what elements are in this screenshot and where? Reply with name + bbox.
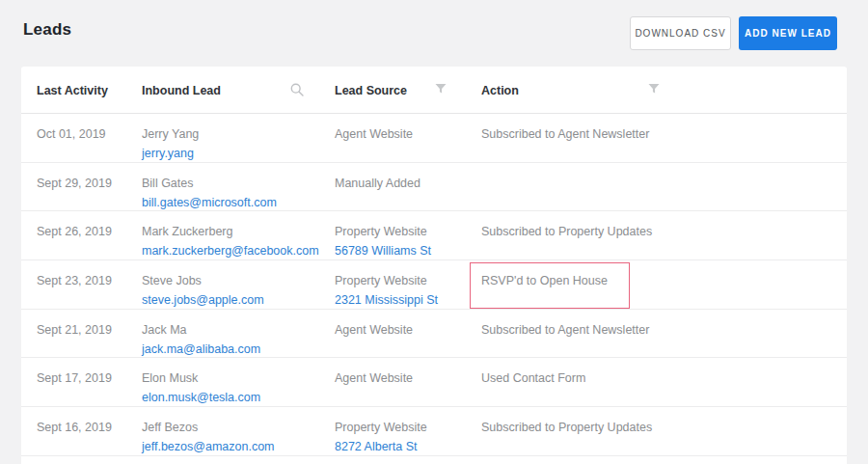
inbound-lead-cell: Mark Zuckerberg mark.zuckerberg@facebook… bbox=[142, 211, 335, 259]
lead-name: Steve Jobs bbox=[142, 273, 335, 288]
inbound-lead-cell: Jack Ma jack.ma@alibaba.com bbox=[142, 310, 335, 358]
table-row: Sept 26, 2019 Mark Zuckerberg mark.zucke… bbox=[21, 211, 847, 260]
inbound-lead-cell: Bill Gates bill.gates@microsoft.com bbox=[142, 163, 335, 211]
last-activity-value: Sept 21, 2019 bbox=[37, 322, 142, 338]
lead-source-cell: Property Website 8272 Alberta St bbox=[335, 407, 481, 455]
lead-name: Jerry Yang bbox=[142, 126, 335, 142]
last-activity-value: Sept 17, 2019 bbox=[37, 370, 142, 386]
column-header-lead-source[interactable]: Lead Source bbox=[335, 67, 481, 113]
source-address-link[interactable]: 2321 Mississippi St bbox=[335, 292, 481, 308]
table-row: Sept 17, 2019 Elon Musk elon.musk@tesla.… bbox=[21, 358, 847, 407]
action-cell: RSVP'd to Open House bbox=[481, 260, 847, 309]
action-value: Used Contact Form bbox=[481, 370, 847, 386]
action-cell: Used Contact Form bbox=[481, 358, 847, 406]
last-activity-cell: Sept 16, 2019 bbox=[37, 407, 142, 455]
table-row: Sept 23, 2019 Steve Jobs steve.jobs@appl… bbox=[21, 260, 847, 310]
lead-source-cell: Agent Website bbox=[335, 358, 481, 406]
action-cell: Subscribed to Agent Newsletter bbox=[481, 114, 847, 162]
inbound-lead-cell: Jeff Bezos jeff.bezos@amazon.com bbox=[142, 407, 335, 455]
lead-name: Jeff Bezos bbox=[142, 420, 335, 435]
table-row: Sept 16, 2019 Jeff Bezos jeff.bezos@amaz… bbox=[21, 407, 847, 456]
download-csv-button[interactable]: DOWNLOAD CSV bbox=[630, 16, 731, 50]
source-type: Agent Website bbox=[335, 126, 481, 142]
page-title: Leads bbox=[23, 20, 71, 40]
table-row: Sept 29, 2019 Bill Gates bill.gates@micr… bbox=[21, 163, 847, 212]
action-value: Subscribed to Property Updates bbox=[481, 224, 847, 239]
table-row: Oct 01, 2019 Jerry Yang jerry.yang Agent… bbox=[21, 114, 847, 163]
source-type: Agent Website bbox=[335, 322, 481, 338]
last-activity-cell: Sept 29, 2019 bbox=[37, 163, 142, 211]
last-activity-value: Sept 23, 2019 bbox=[37, 273, 142, 288]
last-activity-cell: Sept 26, 2019 bbox=[37, 211, 142, 259]
source-type: Agent Website bbox=[335, 370, 481, 386]
source-type: Property Website bbox=[335, 224, 481, 239]
column-header-last-activity[interactable]: Last Activity bbox=[37, 67, 142, 113]
lead-name: Elon Musk bbox=[142, 370, 335, 386]
source-type: Manually Added bbox=[335, 176, 481, 191]
lead-source-cell: Agent Website bbox=[335, 310, 481, 358]
filter-icon[interactable] bbox=[435, 83, 447, 97]
filter-icon[interactable] bbox=[648, 83, 660, 97]
source-type: Property Website bbox=[335, 420, 481, 435]
action-value: Subscribed to Property Updates bbox=[481, 420, 847, 435]
lead-email-link[interactable]: jeff.bezos@amazon.com bbox=[142, 439, 335, 454]
last-activity-value: Sept 26, 2019 bbox=[37, 224, 142, 239]
lead-email-link[interactable]: steve.jobs@apple.com bbox=[142, 292, 335, 308]
last-activity-value: Sept 16, 2019 bbox=[37, 420, 142, 435]
add-new-lead-button[interactable]: ADD NEW LEAD bbox=[739, 16, 837, 50]
source-type: Property Website bbox=[335, 273, 481, 288]
leads-table-card: Last Activity Inbound Lead Lead Source A… bbox=[21, 67, 847, 464]
column-header-inbound-lead[interactable]: Inbound Lead bbox=[142, 67, 335, 113]
table-row: Sept 21, 2019 Jack Ma jack.ma@alibaba.co… bbox=[21, 310, 847, 359]
source-address-link[interactable]: 8272 Alberta St bbox=[335, 439, 481, 454]
table-body: Oct 01, 2019 Jerry Yang jerry.yang Agent… bbox=[21, 114, 847, 456]
lead-source-cell: Property Website 56789 Williams St bbox=[335, 211, 481, 259]
lead-name: Jack Ma bbox=[142, 322, 335, 338]
action-value: Subscribed to Agent Newsletter bbox=[481, 126, 847, 142]
table-header-row: Last Activity Inbound Lead Lead Source A… bbox=[21, 67, 847, 114]
last-activity-value: Oct 01, 2019 bbox=[37, 126, 142, 142]
last-activity-cell: Sept 17, 2019 bbox=[37, 358, 142, 406]
lead-name: Mark Zuckerberg bbox=[142, 224, 335, 239]
action-value: Subscribed to Agent Newsletter bbox=[481, 322, 847, 338]
lead-email-link[interactable]: jerry.yang bbox=[142, 146, 335, 161]
last-activity-value: Sept 29, 2019 bbox=[37, 176, 142, 191]
action-cell bbox=[481, 163, 847, 211]
action-cell: Subscribed to Agent Newsletter bbox=[481, 310, 847, 358]
lead-email-link[interactable]: elon.musk@tesla.com bbox=[142, 390, 335, 405]
action-value: RSVP'd to Open House bbox=[481, 273, 847, 288]
column-header-action[interactable]: Action bbox=[481, 67, 847, 113]
lead-email-link[interactable]: jack.ma@alibaba.com bbox=[142, 341, 335, 357]
search-icon[interactable] bbox=[290, 83, 304, 99]
lead-source-cell: Manually Added bbox=[335, 163, 481, 211]
inbound-lead-cell: Jerry Yang jerry.yang bbox=[142, 114, 335, 162]
lead-email-link[interactable]: mark.zuckerberg@facebook.com bbox=[142, 243, 335, 259]
lead-source-cell: Property Website 2321 Mississippi St bbox=[335, 260, 481, 309]
last-activity-cell: Sept 23, 2019 bbox=[37, 260, 142, 309]
action-cell: Subscribed to Property Updates bbox=[481, 407, 847, 455]
inbound-lead-cell: Steve Jobs steve.jobs@apple.com bbox=[142, 260, 335, 309]
lead-email-link[interactable]: bill.gates@microsoft.com bbox=[142, 195, 335, 210]
last-activity-cell: Sept 21, 2019 bbox=[37, 310, 142, 358]
lead-source-cell: Agent Website bbox=[335, 114, 481, 162]
last-activity-cell: Oct 01, 2019 bbox=[37, 114, 142, 162]
lead-name: Bill Gates bbox=[142, 176, 335, 191]
inbound-lead-cell: Elon Musk elon.musk@tesla.com bbox=[142, 358, 335, 406]
source-address-link[interactable]: 56789 Williams St bbox=[335, 243, 481, 259]
action-cell: Subscribed to Property Updates bbox=[481, 211, 847, 259]
